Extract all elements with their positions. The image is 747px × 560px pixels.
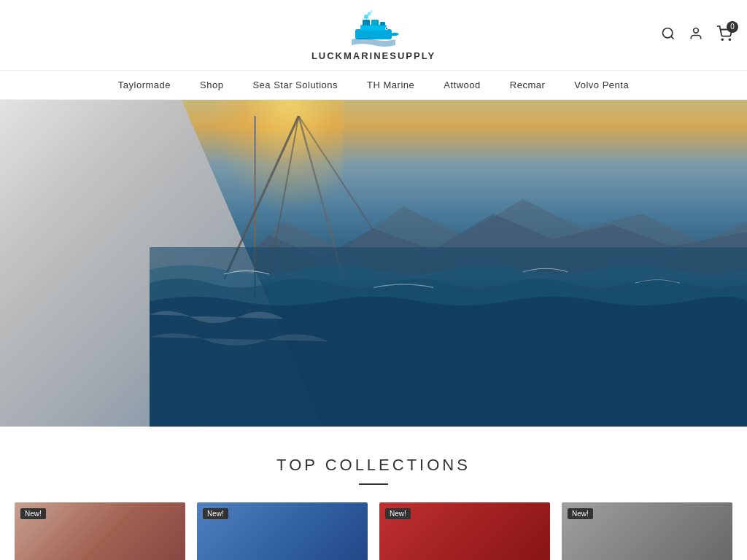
product-card-1[interactable]: New! xyxy=(15,502,185,560)
svg-point-6 xyxy=(386,28,387,29)
svg-point-12 xyxy=(694,28,699,33)
new-badge-3: New! xyxy=(385,508,411,519)
svg-rect-0 xyxy=(355,29,392,39)
product-card-4[interactable]: New! xyxy=(562,502,732,560)
nav-item-shop[interactable]: Shop xyxy=(200,79,223,90)
new-badge-2: New! xyxy=(203,508,228,519)
logo[interactable]: LUCKMARINESUPPLY xyxy=(311,9,436,61)
svg-rect-4 xyxy=(380,22,385,26)
collections-title: TOP COLLECTIONS xyxy=(15,456,732,475)
product-card-2[interactable]: New! xyxy=(197,502,368,560)
nav-item-volvo-penta[interactable]: Volvo Penta xyxy=(574,79,629,90)
svg-rect-3 xyxy=(371,20,379,26)
products-row: New! New! New! New! xyxy=(15,502,732,560)
nav-item-attwood[interactable]: Attwood xyxy=(444,79,480,90)
hero-banner xyxy=(0,100,747,427)
svg-point-9 xyxy=(370,10,373,13)
nav-item-recmar[interactable]: Recmar xyxy=(510,79,546,90)
search-icon[interactable] xyxy=(661,26,676,44)
svg-line-11 xyxy=(671,36,674,39)
svg-line-20 xyxy=(299,116,374,230)
svg-point-7 xyxy=(364,15,368,19)
user-icon[interactable] xyxy=(689,26,703,44)
main-nav: Taylormade Shop Sea Star Solutions TH Ma… xyxy=(0,71,747,100)
svg-point-14 xyxy=(729,39,730,40)
product-card-3[interactable]: New! xyxy=(379,502,550,560)
new-badge-4: New! xyxy=(568,508,593,519)
collections-section: TOP COLLECTIONS New! New! New! New! xyxy=(0,427,747,560)
ocean-waves xyxy=(150,247,747,427)
nav-item-th-marine[interactable]: TH Marine xyxy=(367,79,414,90)
cart-icon[interactable]: 0 xyxy=(716,26,732,45)
logo-text: LUCKMARINESUPPLY xyxy=(311,50,436,61)
new-badge-1: New! xyxy=(20,508,46,519)
nav-item-taylormade[interactable]: Taylormade xyxy=(118,79,171,90)
logo-icon xyxy=(344,9,403,49)
collections-divider xyxy=(359,483,388,485)
svg-point-10 xyxy=(663,28,673,37)
header-icons: 0 xyxy=(661,26,732,45)
cart-count: 0 xyxy=(727,21,738,33)
nav-item-sea-star[interactable]: Sea Star Solutions xyxy=(252,79,338,90)
svg-point-13 xyxy=(721,39,723,40)
svg-rect-2 xyxy=(363,20,370,26)
site-header: LUCKMARINESUPPLY 0 xyxy=(0,0,747,71)
svg-rect-1 xyxy=(360,25,387,31)
